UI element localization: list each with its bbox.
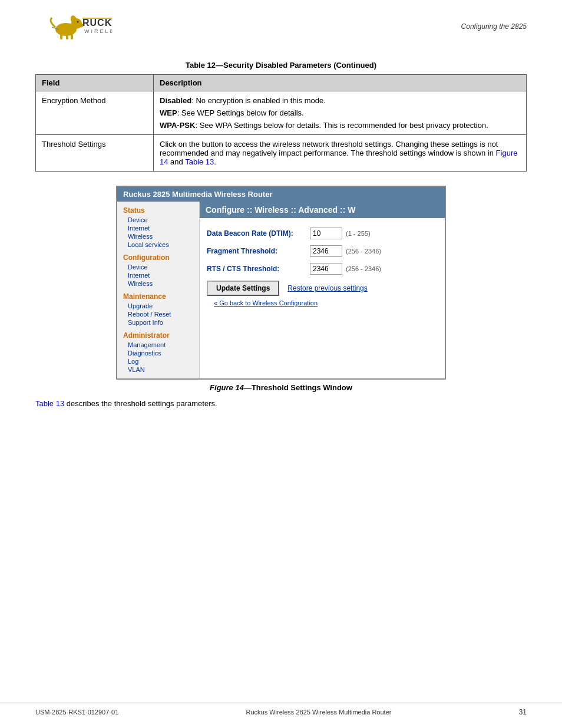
figure-label-bold: Figure 14: [210, 383, 244, 392]
svg-rect-3: [60, 34, 62, 39]
figure-label: Figure 14—Threshold Settings Window: [210, 383, 352, 392]
header-subtitle: Configuring the 2825: [461, 11, 527, 31]
figure-caption: Figure 14—Threshold Settings Window: [35, 383, 527, 392]
table-row: Threshold Settings Click on the button t…: [36, 135, 527, 172]
sidebar-item-internet-status[interactable]: Internet: [123, 224, 193, 232]
wpapsk-text: : See WPA Settings below for details. Th…: [195, 121, 488, 130]
router-sidebar: Status Device Internet Wireless Local se…: [117, 202, 200, 378]
page-footer: USM-2825-RKS1-012907-01 Ruckus Wireless …: [0, 703, 562, 716]
fragment-range: (256 - 2346): [346, 248, 381, 255]
security-parameters-table: Field Description Encryption Method Disa…: [35, 74, 527, 172]
col-description: Description: [154, 75, 527, 91]
bold-wpapsk: WPA-PSK: [160, 121, 195, 130]
col-field: Field: [36, 75, 154, 91]
footer-center: Ruckus Wireless 2825 Wireless Multimedia…: [246, 709, 391, 716]
router-title-bar: Ruckus 2825 Multimedia Wireless Router: [117, 187, 445, 202]
field-encryption: Encryption Method: [36, 91, 154, 135]
sidebar-item-wireless-status[interactable]: Wireless: [123, 232, 193, 241]
body-text-content: describes the threshold settings paramet…: [64, 399, 217, 408]
disabled-text: : No encryption is enabled in this mode.: [191, 96, 326, 105]
svg-point-7: [77, 21, 79, 23]
maintenance-section-title: Maintenance: [123, 292, 193, 301]
sidebar-item-management[interactable]: Management: [123, 341, 193, 349]
table-row: Encryption Method Disabled: No encryptio…: [36, 91, 527, 135]
period: .: [214, 157, 216, 166]
threshold-text: Click on the button to access the wirele…: [160, 140, 498, 157]
router-main-panel: Configure :: Wireless :: Advanced :: W D…: [200, 202, 445, 378]
router-screenshot: Ruckus 2825 Multimedia Wireless Router S…: [116, 186, 446, 380]
beacon-input[interactable]: [310, 228, 342, 239]
main-content: Table 12—Security Disabled Parameters (C…: [0, 49, 562, 421]
table13-link[interactable]: Table 13: [185, 157, 214, 166]
field-threshold: Threshold Settings: [36, 135, 154, 172]
router-form: Data Beacon Rate (DTIM): (1 - 255) Fragm…: [200, 225, 445, 316]
sidebar-item-localservices[interactable]: Local services: [123, 241, 193, 249]
rts-label: RTS / CTS Threshold:: [207, 265, 310, 273]
status-section-title: Status: [123, 206, 193, 215]
body-text: Table 13 describes the threshold setting…: [35, 398, 527, 410]
table13-body-link[interactable]: Table 13: [35, 399, 64, 408]
svg-rect-4: [66, 34, 68, 39]
sidebar-item-upgrade[interactable]: Upgrade: [123, 302, 193, 310]
bold-wep: WEP: [160, 108, 177, 117]
svg-rect-5: [71, 34, 73, 39]
sidebar-item-device-status[interactable]: Device: [123, 216, 193, 224]
sidebar-item-internet-config[interactable]: Internet: [123, 271, 193, 279]
desc-threshold: Click on the button to access the wirele…: [154, 135, 527, 172]
fragment-input[interactable]: [310, 245, 342, 257]
form-row-beacon: Data Beacon Rate (DTIM): (1 - 255): [207, 228, 438, 239]
admin-section-title: Administrator: [123, 331, 193, 340]
svg-text:WIRELESS: WIRELESS: [84, 28, 112, 34]
and-text: and: [168, 157, 185, 166]
rts-input[interactable]: [310, 263, 342, 275]
table-caption: Table 12—Security Disabled Parameters (C…: [35, 61, 527, 70]
restore-link[interactable]: Restore previous settings: [287, 284, 367, 292]
form-buttons: Update Settings Restore previous setting…: [207, 281, 438, 296]
sidebar-item-support[interactable]: Support Info: [123, 318, 193, 327]
wep-text: : See WEP Settings below for details.: [177, 108, 304, 117]
footer-left: USM-2825-RKS1-012907-01: [35, 709, 118, 716]
footer-page-num: 31: [519, 708, 527, 716]
form-row-rts: RTS / CTS Threshold: (256 - 2346): [207, 263, 438, 275]
form-row-fragment: Fragment Threshold: (256 - 2346): [207, 245, 438, 257]
figure-caption-text: —Threshold Settings Window: [244, 383, 352, 392]
go-back-link[interactable]: « Go back to Wireless Configuration: [207, 296, 438, 310]
svg-text:RUCKUS: RUCKUS: [82, 18, 112, 28]
svg-text:™: ™: [110, 19, 112, 23]
desc-encryption: Disabled: No encryption is enabled in th…: [154, 91, 527, 135]
ruckus-logo: RUCKUS ™ WIRELESS: [35, 11, 112, 43]
update-settings-button[interactable]: Update Settings: [207, 281, 279, 296]
router-page-title: Configure :: Wireless :: Advanced :: W: [200, 202, 445, 218]
beacon-range: (1 - 255): [346, 230, 371, 237]
bold-disabled: Disabled: [160, 96, 191, 105]
sidebar-item-diagnostics[interactable]: Diagnostics: [123, 349, 193, 357]
sidebar-item-vlan[interactable]: VLAN: [123, 365, 193, 374]
sidebar-item-wireless-config[interactable]: Wireless: [123, 279, 193, 288]
page-header: RUCKUS ™ WIRELESS Configuring the 2825: [0, 0, 562, 49]
router-body: Status Device Internet Wireless Local se…: [117, 202, 445, 378]
sidebar-item-device-config[interactable]: Device: [123, 263, 193, 271]
rts-range: (256 - 2346): [346, 265, 381, 272]
sidebar-item-log[interactable]: Log: [123, 357, 193, 365]
fragment-label: Fragment Threshold:: [207, 247, 310, 255]
config-section-title: Configuration: [123, 253, 193, 262]
sidebar-item-reboot[interactable]: Reboot / Reset: [123, 310, 193, 318]
beacon-label: Data Beacon Rate (DTIM):: [207, 229, 310, 238]
logo-area: RUCKUS ™ WIRELESS: [35, 11, 112, 43]
